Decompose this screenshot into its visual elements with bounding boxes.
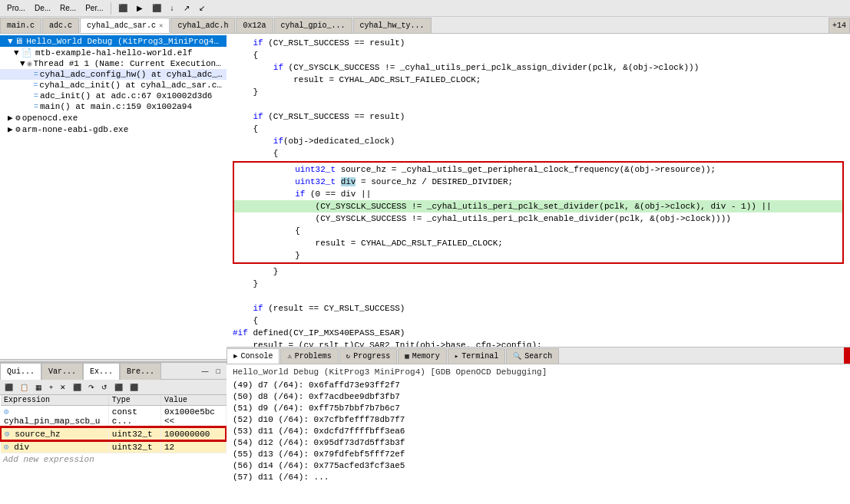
toolbar-icon-btn-6[interactable]: ↙ [195, 2, 209, 14]
tab-progress[interactable]: ↻ Progress [339, 348, 397, 364]
console-line-2: (50) d8 (/64): 0xf7acdbee9dbf3fb7 [233, 391, 844, 403]
expr-row-div[interactable]: ⊙ div uint32_t 12 [1, 440, 226, 453]
tree-item-gdb[interactable]: ▶ ⚙ arm-none-eabi-gdb.exe [0, 124, 227, 135]
console-line-5: (53) d11 (/64): 0xdcfd7ffffbff3ea6 [233, 426, 844, 437]
toolbar-icon-btn-4[interactable]: ↓ [167, 2, 178, 14]
tree-toggle[interactable]: ▼ [20, 59, 26, 68]
tab-ex[interactable]: Ex... [83, 363, 120, 380]
expr-toolbar-icon-2[interactable]: 📋 [17, 382, 31, 393]
tab-label: cyhal_gpio_... [281, 21, 346, 30]
toolbar-icon-btn-5[interactable]: ↗ [180, 2, 193, 14]
toolbar-icon-btn-1[interactable]: ⬛ [114, 2, 131, 14]
tree-item-thread[interactable]: ▼ ◉ Thread #1 1 (Name: Current Execution… [0, 58, 227, 69]
expr-row-source-hz[interactable]: ⊙ source_hz uint32_t 100000000 [1, 427, 226, 440]
tab-main-c[interactable]: main.c [0, 18, 41, 33]
console-line-1: (49) d7 (/64): 0x6faffd73e93ff2f7 [233, 380, 844, 391]
frame-icon: = [34, 71, 38, 79]
tab-bre[interactable]: Bre... [120, 363, 161, 380]
expr-toolbar-icon-3[interactable]: ▦ [32, 382, 45, 393]
expr-cell-name: ⊙ source_hz [1, 427, 108, 440]
toolbar-btn-de[interactable]: De... [31, 2, 55, 14]
tree-item-frame-3[interactable]: = main() at main.c:159 0x1002a94 [0, 101, 227, 112]
tab-cyhal-gpio[interactable]: cyhal_gpio_... [274, 18, 352, 33]
expr-cell-name: ⊙ div [1, 440, 108, 453]
red-outline-box: uint32_t source_hz = _cyhal_utils_get_pe… [233, 161, 844, 264]
tab-var[interactable]: Var... [41, 363, 83, 380]
code-line: { [233, 147, 844, 160]
tree-item-project[interactable]: ▼ 🖥 Hello_World Debug (KitProg3_MiniProg… [0, 35, 227, 47]
code-line: if (CY_RSLT_SUCCESS == result) [233, 110, 844, 123]
expr-row[interactable]: ⊙ cyhal_pin_map_scb_u const c... 0x1000e… [1, 406, 226, 428]
code-line-highlighted: (CY_SYSCLK_SUCCESS != _cyhal_utils_peri_… [234, 200, 842, 212]
tab-console[interactable]: ► Console [227, 348, 279, 364]
tree-item-text: mtb-example-hal-hello-world.elf [35, 48, 193, 58]
tree-item-frame-2[interactable]: = adc_init() at adc.c:67 0x10002d3d6 [0, 91, 227, 101]
code-line: { [234, 225, 842, 237]
tab-cyhal-hw-ty[interactable]: cyhal_hw_ty... [353, 18, 432, 33]
tab-label: 0x12a [243, 21, 266, 30]
toolbar-icon-btn-2[interactable]: ▶ [133, 2, 147, 14]
expr-toolbar-icon-4[interactable]: + [46, 382, 56, 393]
tab-qui[interactable]: Qui... [0, 363, 41, 380]
tab-label: main.c [7, 21, 35, 30]
code-editor[interactable]: if (CY_RSLT_SUCCESS == result) { if (CY_… [227, 34, 850, 347]
toolbar-btn-per[interactable]: Per... [81, 2, 107, 14]
expr-toolbar-icon-6[interactable]: ⬛ [70, 382, 84, 393]
add-expression-link[interactable]: Add new expression [0, 453, 227, 466]
tab-cyhal-adc-h[interactable]: cyhal_adc.h [170, 18, 235, 33]
toolbar-separator [111, 2, 111, 15]
tree-item-openocd[interactable]: ▶ ⚙ openocd.exe [0, 112, 227, 124]
tab-label: Bre... [127, 367, 154, 376]
code-line: } [233, 86, 844, 98]
expr-toolbar-icon-5[interactable]: ✕ [57, 382, 69, 393]
tab-more-btn[interactable]: +14 [829, 18, 850, 33]
tab-0x12a[interactable]: 0x12a [236, 18, 273, 33]
code-line: if(obj->dedicated_clock) [233, 135, 844, 147]
tree-item-text: openocd.exe [22, 114, 78, 123]
tree-toggle[interactable]: ▶ [8, 124, 14, 134]
code-line: result = CYHAL_ADC_RSLT_FAILED_CLOCK; [234, 237, 842, 249]
toolbar-btn-pro[interactable]: Pro... [3, 2, 29, 14]
toolbar-btn-re[interactable]: Re... [56, 2, 80, 14]
code-line: uint32_t source_hz = _cyhal_utils_get_pe… [234, 163, 842, 176]
tab-problems[interactable]: ⚠ Problems [280, 348, 338, 364]
panel-maximize-btn[interactable]: □ [213, 366, 223, 377]
panel-minimize-btn[interactable]: — [199, 366, 212, 377]
watch-icon: ⊙ [4, 407, 9, 417]
tab-adc-c[interactable]: adc.c [42, 18, 79, 33]
tree-item-text: arm-none-eabi-gdb.exe [22, 125, 129, 134]
code-line: result = CYHAL_ADC_RSLT_FAILED_CLOCK; [233, 74, 844, 86]
tree-toggle[interactable]: ▶ [8, 113, 14, 123]
tree-toggle[interactable]: ▼ [14, 48, 20, 58]
expr-toolbar-icon-1[interactable]: ⬛ [2, 382, 16, 393]
expr-toolbar-icon-7[interactable]: ↷ [85, 382, 98, 393]
expr-toolbar-icon-9[interactable]: ⬛ [111, 382, 126, 393]
expr-toolbar-icon-10[interactable]: ⬛ [127, 382, 141, 393]
col-type: Type [108, 395, 160, 406]
tab-label: cyhal_adc_sar.c [87, 21, 156, 30]
tab-memory[interactable]: ▦ Memory [398, 348, 446, 364]
gdb-icon: ⚙ [15, 124, 21, 134]
tree-item-frame-0[interactable]: = cyhal_adc_config_hw() at cyhal_adc_sa [0, 69, 227, 80]
expr-tab-bar: Qui... Var... Ex... Bre... — □ [0, 363, 227, 380]
tab-search[interactable]: 🔍 Search [506, 348, 559, 364]
expr-toolbar-icon-8[interactable]: ↺ [98, 382, 111, 393]
code-line [233, 98, 844, 110]
frame-icon: = [34, 92, 38, 100]
tab-label: Terminal [461, 352, 498, 361]
console-line-6: (54) d12 (/64): 0x95df73d7d5ff3b3f [233, 437, 844, 449]
tree-item-elf[interactable]: ▼ 📄 mtb-example-hal-hello-world.elf [0, 47, 227, 58]
frame-icon: = [33, 81, 38, 90]
toolbar-icon-btn-3[interactable]: ⬛ [148, 2, 165, 14]
tab-terminal[interactable]: ▸ Terminal [448, 348, 505, 364]
col-value: Value [160, 395, 226, 406]
code-line: { [233, 123, 844, 135]
terminal-icon: ▸ [455, 352, 458, 361]
tab-close-icon[interactable]: ✕ [159, 21, 163, 30]
tab-label: Var... [48, 367, 76, 376]
tree-item-frame-1[interactable]: = cyhal_adc_init() at cyhal_adc_sar.c:1,… [0, 80, 227, 91]
search-tab-icon: 🔍 [513, 352, 521, 361]
tree-toggle[interactable]: ▼ [8, 37, 13, 46]
tab-cyhal-adc-sar-c[interactable]: cyhal_adc_sar.c ✕ [80, 18, 170, 33]
error-indicator [844, 348, 850, 364]
